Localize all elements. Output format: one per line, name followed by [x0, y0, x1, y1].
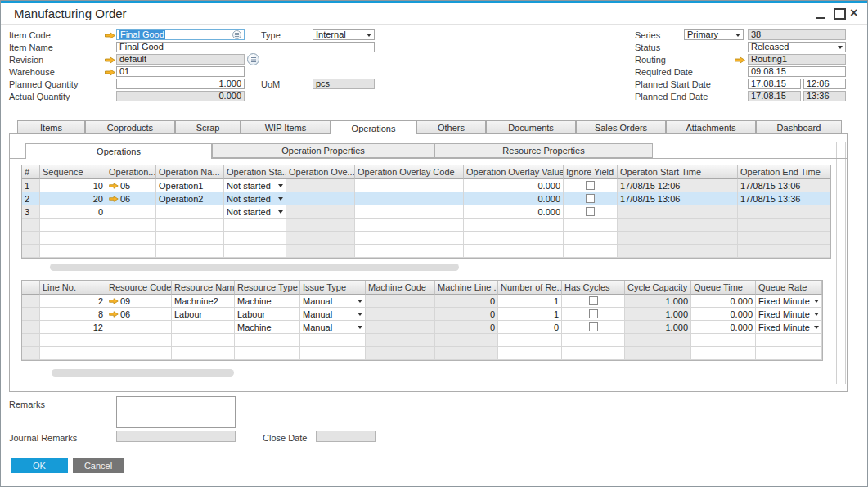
grid-cell-col[interactable] — [22, 232, 40, 245]
checkbox[interactable] — [586, 194, 595, 203]
checkbox[interactable] — [589, 296, 598, 305]
grid-cell-resource-code[interactable] — [106, 347, 172, 360]
grid-cell-queue-time[interactable]: 0.000 — [691, 308, 756, 321]
grid-cell-operation[interactable] — [106, 219, 156, 232]
actual-quantity-field[interactable]: 0.000 — [116, 91, 245, 101]
grid-cell-cycle-capacity[interactable]: 1.000 — [625, 321, 691, 334]
planned-quantity-field[interactable]: 1.000 — [116, 79, 245, 89]
column-header-operation-overlay-value[interactable]: Operation Overlay Value — [464, 165, 564, 179]
grid-cell-number-of-re[interactable]: 1 — [498, 308, 562, 321]
grid-cell-operation-ove[interactable] — [286, 179, 355, 192]
grid-cell-operation[interactable]: 05 — [106, 179, 156, 192]
grid-cell-operation-ove[interactable] — [286, 205, 355, 219]
tab-attachments[interactable]: Attachments — [666, 120, 756, 134]
planned-end-date-field[interactable]: 17.08.15 — [748, 91, 801, 101]
grid-cell-machine-code[interactable] — [366, 334, 435, 347]
grid-cell-col[interactable] — [22, 245, 40, 258]
dropdown-arrow-icon[interactable] — [278, 184, 283, 187]
dropdown-arrow-icon[interactable] — [358, 326, 362, 329]
close-icon[interactable]: × — [850, 7, 857, 18]
dropdown-arrow-icon[interactable] — [278, 197, 283, 201]
grid-cell-operation-na[interactable] — [156, 219, 224, 232]
grid-cell-operation[interactable] — [106, 245, 156, 258]
grid-cell-resource-code[interactable]: 09 — [106, 295, 172, 308]
tab-scrap[interactable]: Scrap — [175, 120, 241, 134]
grid-cell-resource-type[interactable] — [235, 347, 300, 360]
close-date-field[interactable] — [316, 431, 376, 442]
grid-cell-queue-rate[interactable]: Fixed Minute — [756, 321, 822, 334]
grid-cell-operation-na[interactable] — [156, 205, 224, 219]
grid-cell-ignore-yield[interactable] — [564, 219, 618, 232]
grid-cell-col[interactable]: 2 — [22, 192, 40, 205]
grid-cell-queue-rate[interactable] — [756, 334, 822, 347]
grid-cell-line-no[interactable] — [40, 334, 106, 347]
grid-cell-row-selector[interactable] — [22, 334, 40, 347]
grid-cell-operaton-start-time[interactable] — [618, 245, 738, 258]
grid-cell-col[interactable]: 3 — [22, 205, 40, 219]
link-arrow-icon[interactable] — [109, 196, 119, 202]
type-select[interactable]: Internal — [313, 29, 375, 40]
grid-cell-operaton-start-time[interactable] — [618, 205, 738, 219]
grid-cell-resource-type[interactable]: Machine — [235, 295, 300, 308]
column-header-machine-code[interactable]: Machine Code — [366, 281, 435, 295]
link-arrow-icon[interactable] — [105, 68, 115, 75]
grid-cell-ignore-yield[interactable] — [564, 192, 618, 205]
grid-cell-has-cycles[interactable] — [562, 321, 625, 334]
item-code-field[interactable]: Final Good — [116, 29, 245, 40]
grid-cell-operation[interactable]: 06 — [106, 192, 156, 205]
column-header-operation-na[interactable]: Operation Na... — [156, 165, 224, 179]
grid-cell-operation-na[interactable] — [156, 245, 224, 258]
column-header-operation-ove[interactable]: Operation Ove... — [286, 165, 355, 179]
grid-cell-operation-end-time[interactable]: 17/08/15 13:06 — [738, 179, 830, 192]
maximize-icon[interactable] — [834, 8, 846, 20]
grid-cell-queue-rate[interactable] — [756, 347, 822, 360]
grid-cell-resource-type[interactable]: Labour — [235, 308, 300, 321]
grid-cell-col[interactable]: 1 — [22, 179, 40, 192]
uom-field[interactable]: pcs — [313, 79, 375, 89]
grid-cell-operation-overlay-value[interactable] — [464, 245, 564, 258]
grid-cell-has-cycles[interactable] — [562, 295, 625, 308]
grid-cell-operation-overlay-code[interactable] — [355, 245, 464, 258]
grid-cell-row-selector[interactable] — [22, 347, 40, 360]
grid-cell-row-selector[interactable] — [22, 321, 40, 334]
planned-start-date-field[interactable]: 17.08.15 — [748, 79, 801, 89]
tab-items[interactable]: Items — [17, 120, 85, 134]
grid-cell-operaton-start-time[interactable] — [618, 219, 738, 232]
grid-cell-operation-end-time[interactable]: 17/08/15 13:36 — [738, 192, 830, 205]
grid-cell-operation[interactable] — [106, 205, 156, 219]
grid-cell-machine-line[interactable]: 0 — [435, 295, 498, 308]
grid-cell-queue-time[interactable] — [691, 347, 756, 360]
link-arrow-icon[interactable] — [105, 31, 115, 38]
column-header-operation-sta[interactable]: Operation Sta... — [224, 165, 286, 179]
grid-cell-operation-overlay-code[interactable] — [355, 179, 464, 192]
dropdown-arrow-icon[interactable] — [358, 300, 362, 303]
grid-cell-resource-type[interactable]: Machine — [235, 321, 300, 334]
grid-cell-operation-overlay-code[interactable] — [355, 192, 464, 205]
column-header-number-of-re[interactable]: Number of Re... — [498, 281, 562, 295]
grid-cell-resource-name[interactable]: Labour — [172, 308, 235, 321]
series-number-field[interactable]: 38 — [748, 29, 846, 40]
grid-cell-operation-end-time[interactable] — [738, 219, 830, 232]
inner-tab-operation-properties[interactable]: Operation Properties — [212, 143, 434, 158]
grid-cell-operation-overlay-code[interactable] — [355, 232, 464, 245]
grid-cell-number-of-re[interactable]: 0 — [498, 321, 562, 334]
grid-cell-sequence[interactable] — [40, 232, 106, 245]
grid-cell-cycle-capacity[interactable]: 1.000 — [625, 308, 691, 321]
link-arrow-icon[interactable] — [105, 56, 115, 63]
grid-cell-operation-na[interactable] — [156, 232, 224, 245]
grid-cell-ignore-yield[interactable] — [564, 205, 618, 219]
column-header-operation-overlay-code[interactable]: Operation Overlay Code — [355, 165, 464, 179]
grid-cell-row-selector[interactable] — [22, 295, 40, 308]
checkbox[interactable] — [586, 207, 595, 216]
grid-cell-machine-line[interactable] — [435, 334, 498, 347]
grid-cell-queue-time[interactable]: 0.000 — [691, 295, 756, 308]
series-select[interactable]: Primary — [684, 29, 744, 40]
grid-cell-machine-code[interactable] — [366, 321, 435, 334]
column-header-operaton-start-time[interactable]: Operaton Start Time — [618, 165, 738, 179]
grid-cell-operation-na[interactable]: Operation2 — [156, 192, 224, 205]
grid-cell-operaton-start-time[interactable]: 17/08/15 12:06 — [618, 179, 738, 192]
grid-cell-sequence[interactable] — [40, 219, 106, 232]
tab-sales-orders[interactable]: Sales Orders — [576, 120, 666, 134]
grid-cell-resource-type[interactable] — [235, 334, 300, 347]
grid-cell-operation-overlay-value[interactable]: 0.000 — [464, 192, 564, 205]
